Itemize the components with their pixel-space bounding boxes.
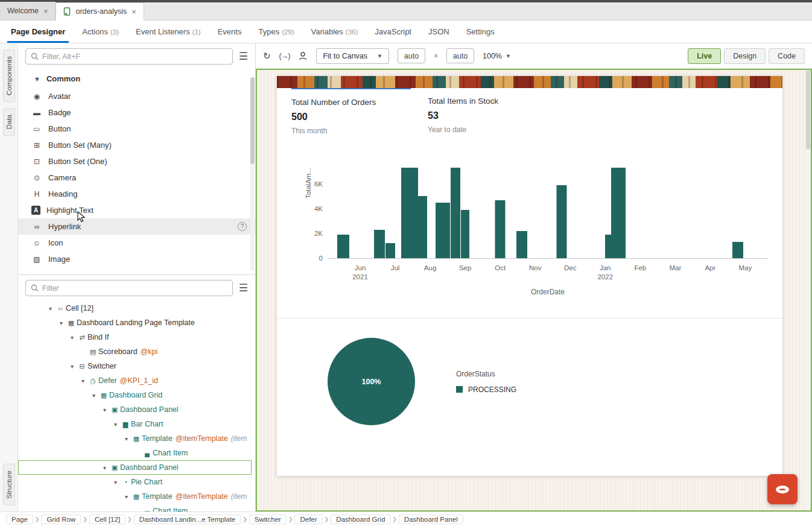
component-item-button-set-many-[interactable]: ⊞Button Set (Many)	[18, 137, 255, 153]
breadcrumb-item-page[interactable]: Page	[6, 515, 33, 524]
tree-node-pie-chart[interactable]: ▾◔Pie Chart	[18, 475, 252, 489]
editor-tab-Welcome[interactable]: Welcome×	[0, 2, 56, 20]
mode-button-code[interactable]: Code	[769, 48, 805, 64]
kpi-tile-total-items-in-stock[interactable]: Total Items in Stock53Year to date	[428, 88, 547, 141]
menu-item-event-listeners[interactable]: Event Listeners(1)	[127, 21, 209, 43]
tree-node-bar-chart[interactable]: ▾▆Bar Chart	[18, 417, 252, 431]
tree-node-dashboard-panel[interactable]: ▾▣Dashboard Panel	[18, 402, 252, 417]
chevron-down-icon[interactable]: ▾	[89, 392, 98, 399]
bar-icon: ▆	[120, 420, 131, 428]
bar	[451, 168, 460, 258]
rail-tab-data[interactable]: Data	[3, 108, 15, 136]
menu-item-variables[interactable]: Variables(36)	[303, 21, 367, 43]
chevron-down-icon[interactable]: ▾	[122, 493, 131, 500]
breadcrumb-item-grid-row[interactable]: Grid Row	[41, 515, 81, 524]
component-item-badge[interactable]: ▬Badge	[18, 104, 255, 121]
menu-item-label: Page Designer	[11, 27, 65, 36]
help-icon[interactable]: ?	[238, 222, 247, 231]
tree-node-bind-if[interactable]: ▾⇄Bind If	[18, 330, 252, 344]
fit-to-canvas-select[interactable]: Fit to Canvas ▼	[316, 48, 389, 64]
panel-icon: ▣	[109, 464, 120, 472]
tree-node-defer[interactable]: ▾◷Defer@KPI_1_id	[18, 373, 252, 388]
menu-item-label: Variables	[311, 27, 343, 36]
components-panel: ☰ ▼ Common ◉Avatar▬Badge▭Button⊞Button S…	[18, 43, 255, 274]
canvas-width-input[interactable]	[398, 48, 425, 63]
tree-node-dashboard-landing-page-template[interactable]: ▾▦Dashboard Landing Page Template	[18, 315, 252, 330]
tree-node-chart-item[interactable]: ▄Chart Item	[18, 504, 252, 512]
mode-button-design[interactable]: Design	[724, 48, 766, 64]
chevron-down-icon[interactable]: ▾	[111, 421, 120, 428]
breadcrumb-item-switcher[interactable]: Switcher	[249, 515, 287, 524]
component-item-button-set-one-[interactable]: ⊡Button Set (One)	[18, 153, 255, 170]
kpi-tile-total-number-of-orders[interactable]: Total Number of Orders500This month	[291, 88, 411, 141]
chevron-down-icon[interactable]: ▾	[78, 378, 87, 384]
component-item-highlight-text[interactable]: AHighlight Text	[18, 202, 255, 218]
chevron-down-icon[interactable]: ▾	[100, 464, 109, 471]
breadcrumb-item-cell-12-[interactable]: Cell [12]	[89, 515, 125, 524]
cell-icon: ‹›	[55, 305, 66, 312]
x-tick-label: Nov	[529, 264, 541, 273]
user-icon[interactable]	[298, 51, 308, 61]
components-menu-icon[interactable]: ☰	[239, 51, 248, 62]
component-item-hyperlink[interactable]: ∞Hyperlink?	[18, 218, 255, 235]
tree-node-template[interactable]: ▾▦Template@itemTemplate(item	[18, 489, 252, 504]
chevron-down-icon[interactable]: ▾	[57, 320, 66, 326]
menu-item-events[interactable]: Events	[209, 21, 250, 43]
common-section-header[interactable]: ▼ Common	[18, 68, 255, 88]
canvas-height-input[interactable]	[446, 48, 474, 63]
component-item-camera[interactable]: ⊙Camera	[18, 170, 255, 186]
page-flow-icon[interactable]: (→)	[279, 52, 290, 60]
structure-filter[interactable]	[25, 280, 233, 296]
component-item-avatar[interactable]: ◉Avatar	[18, 88, 255, 104]
tree-node-scoreboard[interactable]: ▤Scoreboard@kpi	[18, 344, 252, 359]
breadcrumb-item-dashboard-panel[interactable]: Dashboard Panel	[399, 515, 463, 524]
chevron-down-icon[interactable]: ▾	[111, 479, 120, 486]
live-canvas-viewport[interactable]: Total Number of Orders500This monthTotal…	[256, 69, 812, 512]
breadcrumb-item-dashboard-grid[interactable]: Dashboard Grid	[331, 515, 390, 524]
refresh-icon[interactable]: ↻	[263, 51, 271, 60]
chevron-down-icon[interactable]: ▾	[68, 363, 77, 370]
structure-menu-icon[interactable]: ☰	[239, 283, 248, 293]
bar-chart: TotalAm... 02K4K6K Jun2021JulAugSepOctNo…	[303, 165, 772, 296]
chevron-down-icon[interactable]: ▾	[68, 334, 77, 341]
chevron-down-icon[interactable]: ▾	[46, 305, 55, 312]
menu-item-settings[interactable]: Settings	[458, 21, 503, 43]
template-icon: ▦	[66, 319, 77, 327]
component-item-heading[interactable]: HHeading	[18, 186, 255, 202]
tree-node-chart-item[interactable]: ▄Chart Item	[18, 446, 252, 460]
tree-node-template[interactable]: ▾▦Template@itemTemplate(item	[18, 431, 252, 446]
chevron-down-icon[interactable]: ▾	[122, 436, 131, 442]
tree-node-switcher[interactable]: ▾⊟Switcher	[18, 359, 252, 373]
breadcrumb-item-defer[interactable]: Defer	[294, 515, 322, 524]
assistant-chat-button[interactable]	[767, 474, 798, 504]
component-item-icon[interactable]: ☺Icon	[18, 235, 255, 251]
menu-item-types[interactable]: Types(29)	[250, 21, 302, 43]
menu-item-label: JavaScript	[375, 27, 411, 36]
breadcrumb-item-dashboard-landin-e-template[interactable]: Dashboard Landin...e Template	[134, 515, 241, 524]
tree-node-label: Dashboard Grid	[109, 391, 162, 399]
menu-item-json[interactable]: JSON	[420, 21, 458, 43]
zoom-select[interactable]: 100% ▼	[483, 52, 511, 60]
rail-tab-components[interactable]: Components	[3, 49, 15, 102]
tree-node-cell-12-[interactable]: ▾‹›Cell [12]	[18, 301, 252, 315]
oracle-ring-icon	[776, 486, 789, 493]
rail-tab-structure[interactable]: Structure	[3, 464, 15, 505]
menu-item-actions[interactable]: Actions(3)	[74, 21, 127, 43]
chevron-down-icon[interactable]: ▾	[100, 407, 109, 413]
menu-item-javascript[interactable]: JavaScript	[366, 21, 420, 43]
components-scrollbar[interactable]	[250, 77, 255, 271]
close-icon[interactable]: ×	[132, 7, 136, 16]
component-item-button[interactable]: ▭Button	[18, 121, 255, 137]
menu-item-page-designer[interactable]: Page Designer	[2, 21, 74, 43]
components-filter-input[interactable]	[42, 52, 227, 61]
tree-node-dashboard-grid[interactable]: ▾▦Dashboard Grid	[18, 388, 252, 402]
structure-filter-input[interactable]	[42, 284, 227, 293]
mode-button-live[interactable]: Live	[688, 48, 721, 64]
tree-node-dashboard-panel[interactable]: ▾▣Dashboard Panel	[18, 460, 252, 475]
close-icon[interactable]: ×	[43, 7, 48, 16]
components-filter[interactable]	[25, 48, 233, 65]
canvas-scrollbar[interactable]	[806, 71, 810, 510]
component-item-image[interactable]: ▨Image	[18, 251, 255, 267]
editor-tab-orders-analysis[interactable]: orders-analysis×	[56, 2, 144, 21]
component-item-label: Button Set (Many)	[48, 141, 112, 150]
